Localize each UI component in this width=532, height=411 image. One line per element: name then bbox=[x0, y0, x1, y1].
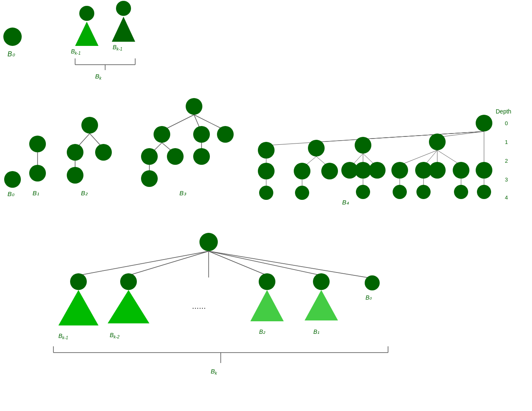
b2-right-child bbox=[95, 144, 112, 161]
bk1-bot-circle bbox=[70, 273, 87, 290]
bk2-bot-label: Bk-2 bbox=[110, 332, 120, 339]
depth-4: 4 bbox=[505, 194, 508, 201]
b0-bot-circle bbox=[365, 275, 380, 290]
b4-l3-c2a bbox=[295, 186, 309, 200]
b0-mid-circle bbox=[4, 171, 21, 188]
bk2-bot-triangle bbox=[108, 290, 149, 323]
svg-line-20 bbox=[437, 150, 459, 164]
b4-l2-c2a bbox=[294, 163, 310, 179]
bk1-bot-label: Bk-1 bbox=[58, 333, 68, 340]
b2-bot-triangle bbox=[250, 290, 284, 321]
b2-mid-label: B₂ bbox=[81, 189, 88, 197]
depth-1: 1 bbox=[505, 139, 508, 145]
ellipsis: ...... bbox=[192, 301, 206, 310]
depth-0: 0 bbox=[505, 120, 508, 126]
b3-c1c1c1 bbox=[141, 170, 158, 187]
svg-line-17 bbox=[403, 150, 437, 164]
svg-line-18 bbox=[426, 150, 437, 164]
b3-c1c2 bbox=[167, 148, 184, 165]
b3-mid-label: B₃ bbox=[179, 189, 187, 197]
b4-l1-c3 bbox=[355, 137, 371, 154]
b4-l3-c4b bbox=[416, 185, 431, 199]
bk-bot-edge6 bbox=[209, 251, 372, 278]
bk-top-label: Bk bbox=[95, 73, 102, 81]
bk-bot-edge5 bbox=[209, 251, 321, 275]
b0-bot-label: B₀ bbox=[366, 294, 372, 301]
b4-mid-label: B₄ bbox=[342, 199, 349, 206]
b2-left-child bbox=[67, 144, 83, 161]
b0-label-top: B₀ bbox=[8, 50, 15, 58]
bk-bot-edge4 bbox=[209, 251, 267, 275]
depth-3: 3 bbox=[505, 177, 508, 183]
b4-l2-c2b bbox=[321, 163, 338, 179]
b2-bot-label: B₂ bbox=[259, 328, 265, 335]
b4-l1-c4 bbox=[429, 134, 446, 150]
bk-right-triangle bbox=[112, 17, 135, 42]
b1-bot-triangle bbox=[305, 290, 338, 320]
bk-right-root bbox=[116, 1, 131, 16]
bk-left-root bbox=[79, 6, 94, 21]
b4-l1-c1 bbox=[258, 142, 275, 159]
b2-grandchild bbox=[67, 167, 83, 184]
depth-2: 2 bbox=[505, 158, 508, 164]
b4-l3-c3a bbox=[356, 185, 370, 199]
b4-l2-c4a bbox=[391, 162, 408, 179]
b1-child bbox=[29, 165, 46, 182]
b1-root bbox=[29, 136, 46, 152]
b3-c2 bbox=[193, 126, 210, 143]
b1-bot-circle bbox=[313, 273, 330, 290]
b4-l2-c3c bbox=[369, 162, 386, 179]
b4-l1-c2 bbox=[308, 140, 325, 156]
b0-mid-label: B₀ bbox=[8, 190, 15, 197]
b4-l2-c4d bbox=[453, 162, 469, 179]
depth-label: Depth bbox=[496, 108, 511, 115]
bk2-bot-circle bbox=[120, 273, 137, 290]
b2-root bbox=[81, 117, 98, 134]
bk-bot-root bbox=[199, 233, 218, 251]
b3-c2c1 bbox=[193, 148, 210, 165]
svg-line-9 bbox=[366, 131, 484, 139]
b4-l2-c1 bbox=[258, 163, 275, 179]
b4-root bbox=[476, 115, 492, 131]
svg-line-10 bbox=[440, 131, 484, 137]
bk1-bot-triangle bbox=[58, 290, 98, 325]
b2-bot-circle bbox=[259, 273, 275, 290]
b3-root bbox=[186, 98, 202, 115]
b4-l2-c4c bbox=[429, 162, 446, 179]
b3-c3 bbox=[217, 126, 234, 143]
bk-left-triangle bbox=[75, 22, 98, 46]
bk-bot-edge1 bbox=[78, 251, 209, 275]
b4-l3-c1a bbox=[259, 186, 273, 200]
bk1-right-label: Bk-1 bbox=[113, 44, 122, 51]
bk-bot-label: Bk bbox=[211, 368, 217, 376]
b3-c1c1 bbox=[141, 148, 158, 165]
b4-l3-c4a bbox=[393, 185, 407, 199]
b4-l2-c5 bbox=[476, 162, 492, 179]
svg-line-0 bbox=[165, 115, 194, 129]
b0-circle-top bbox=[3, 28, 22, 46]
b4-l3-c5 bbox=[477, 185, 491, 199]
b3-c1 bbox=[154, 126, 170, 143]
bk-bot-edge2 bbox=[129, 251, 209, 275]
b4-l3-c4c bbox=[454, 185, 468, 199]
b1-bot-label: B₁ bbox=[313, 328, 320, 335]
b1-mid-label: B₁ bbox=[33, 189, 39, 197]
bk1-left-label: Bk-1 bbox=[71, 48, 81, 55]
